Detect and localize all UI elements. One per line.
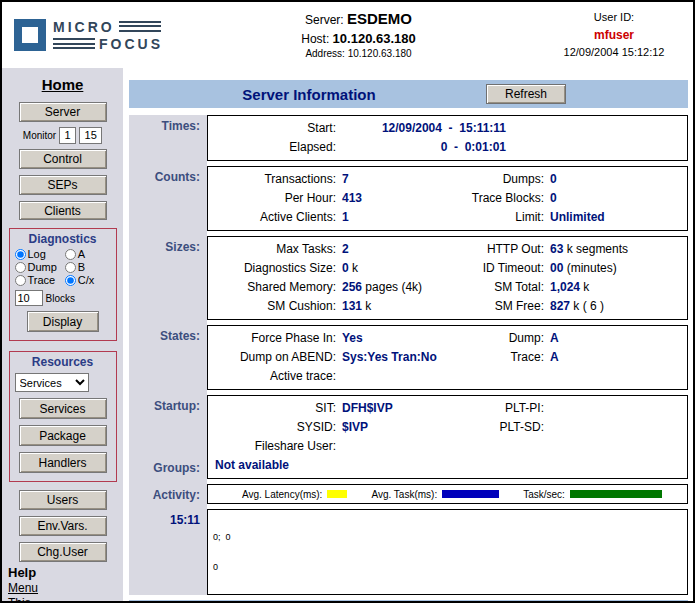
services-button[interactable]: Services xyxy=(19,398,107,419)
logo-word-micro: MICRO xyxy=(53,20,115,34)
value-number: 63 xyxy=(550,242,563,256)
value-suffix: k xyxy=(580,280,589,294)
info-line: Diagnostics Size: 0 k ID Timeout: 00 (mi… xyxy=(212,259,683,278)
field-label: Active trace: xyxy=(212,367,336,386)
radio-log-input[interactable] xyxy=(15,249,26,260)
field-label xyxy=(454,367,544,386)
field-value xyxy=(336,367,454,386)
control-button[interactable]: Control xyxy=(19,149,107,169)
field-value: 827 k ( 6 ) xyxy=(544,297,683,316)
field-value: 2 xyxy=(336,240,454,259)
times-box: Start: 12/09/2004 - 15:11:11 Elapsed: 0 … xyxy=(207,115,688,161)
field-value xyxy=(544,367,683,386)
info-line: Dump on ABEND: Sys:Yes Tran:No Trace: A xyxy=(212,348,683,367)
blocks-label: Blocks xyxy=(46,293,75,304)
server-identity-block: Server: ESDEMO Host: 10.120.63.180 Addre… xyxy=(174,9,543,60)
value-number: 1 xyxy=(342,210,349,224)
host-label: Host: xyxy=(301,32,329,46)
info-line: Shared Memory: 256 pages (4k) SM Total: … xyxy=(212,278,683,297)
value-text: DFH$IVP xyxy=(342,401,393,415)
task-swatch-icon xyxy=(442,490,499,498)
page-body: Home Server Monitor Control SEPs Clients… xyxy=(2,68,693,601)
radio-cx-input[interactable] xyxy=(65,275,76,286)
row-label-times: Times: xyxy=(129,115,207,161)
home-link[interactable]: Home xyxy=(42,76,84,93)
activity-chart-box: 0; 0 0 xyxy=(207,509,688,595)
info-line: Active Clients: 1 Limit: Unlimited xyxy=(212,208,683,227)
users-button[interactable]: Users xyxy=(19,490,107,510)
display-button[interactable]: Display xyxy=(27,311,99,332)
row-label-activity: Activity: xyxy=(129,484,207,504)
resources-dropdown[interactable]: Services xyxy=(15,373,89,392)
monitor-interval-input[interactable] xyxy=(59,127,76,144)
value-number: 00 xyxy=(550,261,563,275)
logo-grill-icon xyxy=(53,38,95,49)
field-value: A xyxy=(544,348,683,367)
blocks-row: Blocks xyxy=(15,290,75,306)
field-label: SM Total: xyxy=(454,278,544,297)
refresh-button-top[interactable]: Refresh xyxy=(486,84,566,104)
start-line: Start: 12/09/2004 - 15:11:11 xyxy=(212,119,683,138)
menu-link[interactable]: Menu xyxy=(8,581,38,595)
radio-dump-input[interactable] xyxy=(15,262,26,273)
sidebar: Home Server Monitor Control SEPs Clients… xyxy=(2,68,123,601)
sizes-row: Sizes: Max Tasks: 2 HTTP Out: 63 k segme… xyxy=(129,236,688,320)
field-value: Yes xyxy=(336,329,454,348)
radio-b-label: B xyxy=(78,261,85,273)
field-value: 256 pages (4k) xyxy=(336,278,454,297)
radio-b[interactable]: B xyxy=(65,261,95,273)
row-label-states: States: xyxy=(129,325,207,390)
value-number: 131 xyxy=(342,299,362,313)
server-button[interactable]: Server xyxy=(19,102,107,122)
field-value xyxy=(544,399,683,418)
radio-trace-label: Trace xyxy=(28,274,56,286)
radio-cx[interactable]: C/x xyxy=(65,274,95,286)
start-value: 12/09/2004 - 15:11:11 xyxy=(336,119,506,138)
activity-legend-box: Avg. Latency(ms): Avg. Task(ms): Task/se… xyxy=(207,484,688,504)
radio-a-input[interactable] xyxy=(65,249,76,260)
this-link[interactable]: This xyxy=(8,596,38,601)
package-button[interactable]: Package xyxy=(19,425,107,446)
monitor-label: Monitor xyxy=(23,130,56,141)
chart-axis-line1: 0; 0 xyxy=(213,532,682,542)
server-info-header-bar: Server Information Refresh xyxy=(129,80,688,108)
radio-dump[interactable]: Dump xyxy=(15,261,57,273)
host-address: 10.120.63.180 xyxy=(333,31,416,46)
info-line: Force Phase In: Yes Dump: A xyxy=(212,329,683,348)
server-label: Server: xyxy=(305,13,344,27)
server-info-footer-bar: Server Information Refresh xyxy=(129,600,688,601)
handlers-button[interactable]: Handlers xyxy=(19,452,107,473)
chart-axis-line2: 0 xyxy=(213,562,682,572)
seps-button[interactable]: SEPs xyxy=(19,175,107,195)
radio-trace[interactable]: Trace xyxy=(15,274,57,286)
monitor-row: Monitor xyxy=(23,127,102,144)
radio-trace-input[interactable] xyxy=(15,275,26,286)
value-number: Unlimited xyxy=(550,210,605,224)
radio-a[interactable]: A xyxy=(65,248,95,260)
resources-title: Resources xyxy=(32,355,93,369)
field-value: 63 k segments xyxy=(544,240,683,259)
value-text: A xyxy=(550,331,559,345)
monitor-count-input[interactable] xyxy=(79,127,102,144)
info-line: SYSID: $IVP PLT-SD: xyxy=(212,418,683,437)
env-vars-button[interactable]: Env.Vars. xyxy=(19,516,107,536)
value-suffix: k xyxy=(362,299,371,313)
value-number: 827 xyxy=(550,299,570,313)
blocks-input[interactable] xyxy=(15,290,43,306)
value-text: Sys:Yes Tran:No xyxy=(342,350,437,364)
field-value: Unlimited xyxy=(544,208,683,227)
server-name: ESDEMO xyxy=(347,10,412,27)
field-label: Max Tasks: xyxy=(212,240,336,259)
field-value: 413 xyxy=(336,189,454,208)
radio-log-label: Log xyxy=(28,248,46,260)
header-timestamp: 12/09/2004 15:12:12 xyxy=(543,44,685,61)
value-suffix: k segments xyxy=(563,242,628,256)
clients-button[interactable]: Clients xyxy=(19,201,107,221)
radio-b-input[interactable] xyxy=(65,262,76,273)
chg-user-button[interactable]: Chg.User xyxy=(19,542,107,562)
value-text: Yes xyxy=(342,331,363,345)
startup-row: Startup: Groups: SIT: DFH$IVP PLT-PI: SY… xyxy=(129,395,688,479)
user-block: User ID: mfuser 12/09/2004 15:12:12 xyxy=(543,9,693,62)
field-value xyxy=(544,437,683,456)
radio-log[interactable]: Log xyxy=(15,248,57,260)
